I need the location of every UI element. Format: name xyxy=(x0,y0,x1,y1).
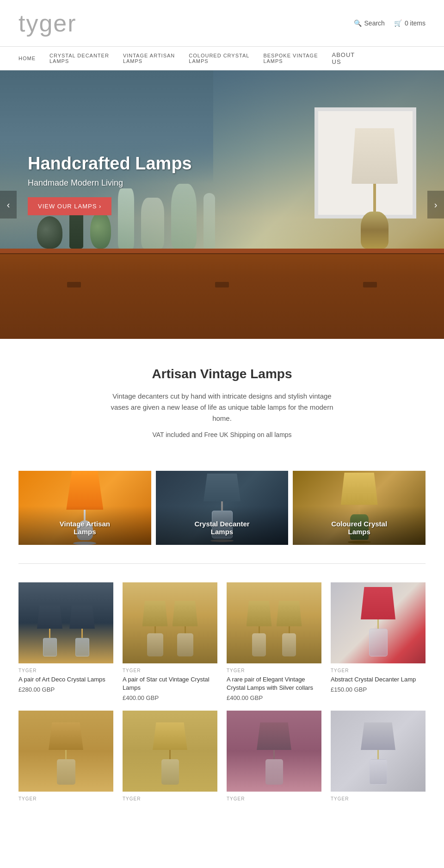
product-vendor-5: TYGER xyxy=(18,796,113,801)
product-art-deco[interactable]: TYGER A pair of Art Deco Crystal Lamps £… xyxy=(18,582,113,701)
category-label-vintage-artisan: Vintage ArtisanLamps xyxy=(18,506,151,545)
product-vendor-4: TYGER xyxy=(331,668,426,673)
cart-icon: 🛒 xyxy=(394,19,402,27)
product-price-3: £400.00 GBP xyxy=(227,694,321,701)
cart-label: 0 items xyxy=(405,19,426,27)
nav-about[interactable]: ABOUTUS xyxy=(332,51,355,65)
hero-lamp xyxy=(352,128,398,249)
product-vendor-1: TYGER xyxy=(18,668,113,673)
product-price-4: £150.00 GBP xyxy=(331,686,426,693)
nav-crystal-decanter[interactable]: CRYSTAL DECANTERLAMPS xyxy=(49,53,109,64)
product-star-cut-image xyxy=(123,582,217,663)
hero-cta-button[interactable]: VIEW OUR LAMPS › xyxy=(28,197,111,215)
hero-dresser xyxy=(0,249,444,339)
product-elegant-image xyxy=(227,582,321,663)
product-row2-1[interactable]: TYGER xyxy=(18,711,113,804)
product-row2-2-image xyxy=(123,711,217,792)
hero-content: Handcrafted Lamps Handmade Modern Living… xyxy=(28,154,192,215)
main-nav: HOME CRYSTAL DECANTERLAMPS VINTAGE ARTIS… xyxy=(0,47,444,70)
nav-vintage-artisan[interactable]: VINTAGE ARTISANLAMPS xyxy=(123,53,175,64)
product-row2-3-image xyxy=(227,711,321,792)
search-button[interactable]: 🔍 Search xyxy=(354,19,385,27)
product-vendor-2: TYGER xyxy=(123,668,217,673)
product-vendor-6: TYGER xyxy=(123,796,217,801)
hero-title: Handcrafted Lamps xyxy=(28,154,192,174)
search-label: Search xyxy=(364,19,385,27)
cart-button[interactable]: 🛒 0 items xyxy=(394,19,426,27)
product-name-2: A pair of Star cut Vintage Crystal Lamps xyxy=(123,675,217,692)
products-section: TYGER A pair of Art Deco Crystal Lamps £… xyxy=(0,564,444,822)
nav-home[interactable]: HOME xyxy=(18,56,36,61)
category-label-coloured-crystal: Coloured CrystalLamps xyxy=(293,506,426,545)
vat-notice: VAT included and Free UK Shipping on all… xyxy=(18,431,426,438)
artisan-section-desc: Vintage decanters cut by hand with intri… xyxy=(106,391,338,424)
category-card-crystal-decanter[interactable]: Crystal DecanterLamps xyxy=(156,471,289,545)
category-label-crystal-decanter: Crystal DecanterLamps xyxy=(156,506,289,545)
product-row2-1-image xyxy=(18,711,113,792)
header-right: 🔍 Search 🛒 0 items xyxy=(354,19,426,27)
product-abstract[interactable]: TYGER Abstract Crystal Decanter Lamp £15… xyxy=(331,582,426,701)
products-grid-row2: TYGER TYGER TYGER xyxy=(18,711,426,804)
artisan-section: Artisan Vintage Lamps Vintage decanters … xyxy=(0,339,444,471)
carousel-next-button[interactable]: › xyxy=(427,191,444,219)
hero-subtitle: Handmade Modern Living xyxy=(28,178,192,188)
products-grid-row1: TYGER A pair of Art Deco Crystal Lamps £… xyxy=(18,582,426,701)
logo[interactable]: tyger xyxy=(18,9,77,37)
product-vendor-7: TYGER xyxy=(227,796,321,801)
product-abstract-image xyxy=(331,582,426,663)
artisan-section-title: Artisan Vintage Lamps xyxy=(18,367,426,381)
product-name-4: Abstract Crystal Decanter Lamp xyxy=(331,675,426,684)
hero-section: Handcrafted Lamps Handmade Modern Living… xyxy=(0,70,444,339)
product-price-1: £280.00 GBP xyxy=(18,686,113,693)
search-icon: 🔍 xyxy=(354,19,362,27)
product-elegant[interactable]: TYGER A rare pair of Elegant Vintage Cry… xyxy=(227,582,321,701)
product-art-deco-image xyxy=(18,582,113,663)
category-card-coloured-crystal[interactable]: Coloured CrystalLamps xyxy=(293,471,426,545)
carousel-prev-button[interactable]: ‹ xyxy=(0,191,17,219)
category-card-vintage-artisan[interactable]: Vintage ArtisanLamps xyxy=(18,471,151,545)
product-vendor-3: TYGER xyxy=(227,668,321,673)
product-row2-2[interactable]: TYGER xyxy=(123,711,217,804)
category-row: Vintage ArtisanLamps Crystal DecanterLam… xyxy=(0,471,444,563)
product-vendor-8: TYGER xyxy=(331,796,426,801)
product-star-cut[interactable]: TYGER A pair of Star cut Vintage Crystal… xyxy=(123,582,217,701)
header: tyger 🔍 Search 🛒 0 items xyxy=(0,0,444,47)
product-name-3: A rare pair of Elegant Vintage Crystal L… xyxy=(227,675,321,692)
product-row2-4-image xyxy=(331,711,426,792)
nav-coloured-crystal[interactable]: COLOURED CRYSTALLAMPS xyxy=(189,53,249,64)
product-price-2: £400.00 GBP xyxy=(123,694,217,701)
product-name-1: A pair of Art Deco Crystal Lamps xyxy=(18,675,113,684)
product-row2-3[interactable]: TYGER xyxy=(227,711,321,804)
product-row2-4[interactable]: TYGER xyxy=(331,711,426,804)
nav-bespoke-vintage[interactable]: BESPOKE VINTAGELAMPS xyxy=(263,53,318,64)
